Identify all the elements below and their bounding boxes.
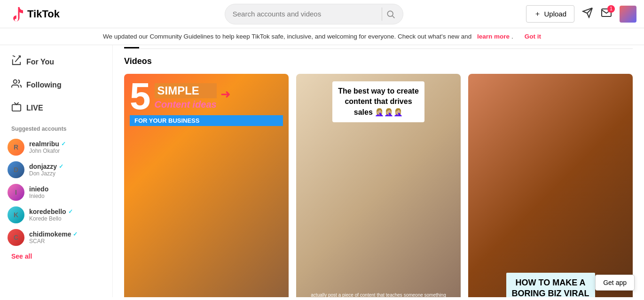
sidebar-item-for-you[interactable]: For You <box>4 51 109 73</box>
see-all-link[interactable]: See all <box>0 249 112 264</box>
acc-handle-iniedo: Iniedo <box>29 193 48 199</box>
search-input[interactable] <box>233 10 378 18</box>
thumb-num: 5 <box>130 79 151 113</box>
search-input-wrap[interactable] <box>225 4 403 24</box>
search-button[interactable] <box>382 8 395 21</box>
account-item-donjazzy[interactable]: D donjazzy ✓ Don Jazzy <box>0 158 112 181</box>
logo-area: TikTok <box>8 6 102 23</box>
avatar-chidimokeme: C <box>8 229 24 246</box>
how-to-box-3: HOW TO MAKE ABORING BIZ VIRAL <box>506 273 595 297</box>
video-thumb-3: HOW TO MAKE ABORING BIZ VIRAL 2022-12-14 <box>468 74 633 297</box>
acc-name-iniedo: iniedo <box>29 185 48 193</box>
sidebar-item-label-for-you: For You <box>26 58 54 66</box>
sidebar: For You Following <box>0 45 113 297</box>
sidebar-item-label-live: LIVE <box>26 104 43 112</box>
for-you-icon <box>11 55 22 68</box>
white-text-box-2: The best way to createcontent that drive… <box>332 81 424 122</box>
account-item-chidimokeme[interactable]: C chidimokeme ✓ SCAR <box>0 226 112 249</box>
got-it-button[interactable]: Got it <box>525 33 541 40</box>
acc-info-koredebello: koredebello ✓ Korede Bello <box>29 208 73 222</box>
acc-info-realmribu: realmribu ✓ John Okafor <box>29 140 66 154</box>
search-bar <box>102 4 526 24</box>
send-button[interactable] <box>582 7 593 21</box>
acc-handle-realmribu: John Okafor <box>29 148 66 154</box>
thumb-overlay-3: HOW TO MAKE ABORING BIZ VIRAL <box>468 74 633 297</box>
videos-section-header: Videos <box>124 56 633 66</box>
inbox-button[interactable]: 1 <box>601 7 612 21</box>
logo-text: TikTok <box>27 8 60 20</box>
account-item-koredebello[interactable]: K koredebello ✓ Korede Bello <box>0 204 112 226</box>
acc-name-chidimokeme: chidimokeme ✓ <box>29 230 78 238</box>
tiktok-logo-icon <box>8 6 24 23</box>
account-item-iniedo[interactable]: I iniedo Iniedo <box>0 181 112 204</box>
get-app-button[interactable]: Get app <box>595 275 635 291</box>
svg-point-5 <box>14 80 17 83</box>
videos-grid: 5 SIMPLE Content ideas ➜ FOR YOUR BUSINE… <box>124 74 633 297</box>
svg-line-4 <box>13 55 16 57</box>
notification-badge: 1 <box>607 5 615 13</box>
svg-rect-6 <box>12 104 21 111</box>
tab-indicator <box>124 47 139 48</box>
thumb-overlay-2: The best way to createcontent that drive… <box>296 74 461 297</box>
sidebar-item-following[interactable]: Following <box>4 74 109 96</box>
tab-bar <box>124 45 633 49</box>
svg-point-0 <box>387 11 393 16</box>
arrow-icon: ➜ <box>220 87 231 102</box>
svg-line-1 <box>392 16 394 18</box>
svg-line-3 <box>15 56 20 62</box>
acc-name-realmribu: realmribu ✓ <box>29 140 66 148</box>
learn-more-link[interactable]: learn more <box>477 33 510 40</box>
acc-info-chidimokeme: chidimokeme ✓ SCAR <box>29 230 78 245</box>
live-icon <box>11 102 22 114</box>
plus-icon: ＋ <box>534 9 541 18</box>
acc-handle-chidimokeme: SCAR <box>29 238 78 245</box>
community-guidelines-banner: We updated our Community Guidelines to h… <box>0 28 644 45</box>
banner-text: We updated our Community Guidelines to h… <box>103 33 471 40</box>
acc-name-koredebello: koredebello ✓ <box>29 208 73 215</box>
verified-icon-realmribu: ✓ <box>61 141 66 147</box>
avatar-koredebello: K <box>8 206 24 223</box>
acc-info-iniedo: iniedo Iniedo <box>29 185 48 199</box>
for-business-label: FOR YOUR BUSINESS <box>130 115 283 126</box>
video-card-1[interactable]: 5 SIMPLE Content ideas ➜ FOR YOUR BUSINE… <box>124 74 289 297</box>
avatar-donjazzy: D <box>8 161 24 178</box>
video-card-3[interactable]: HOW TO MAKE ABORING BIZ VIRAL 2022-12-14… <box>468 74 633 297</box>
verified-icon-koredebello: ✓ <box>68 208 73 215</box>
banner-period: . <box>511 33 513 40</box>
acc-handle-koredebello: Korede Bello <box>29 215 73 222</box>
header: TikTok ＋ Upload 1 <box>0 0 644 28</box>
verified-icon-chidimokeme: ✓ <box>73 231 78 237</box>
video-thumb-1: 5 SIMPLE Content ideas ➜ FOR YOUR BUSINE… <box>124 74 289 297</box>
following-icon <box>11 79 22 91</box>
video-card-2[interactable]: The best way to createcontent that drive… <box>296 74 461 297</box>
sidebar-nav: For You Following <box>0 51 112 119</box>
acc-name-donjazzy: donjazzy ✓ <box>29 163 63 170</box>
avatar-iniedo: I <box>8 184 24 201</box>
suggested-accounts-title: Suggested accounts <box>0 120 112 136</box>
content-ideas-label: Content ideas <box>155 99 217 110</box>
sub-text-2: actually post a piece of content that te… <box>296 292 461 297</box>
verified-icon-donjazzy: ✓ <box>59 163 63 170</box>
video-thumb-2: The best way to createcontent that drive… <box>296 74 461 297</box>
sidebar-item-live[interactable]: LIVE <box>4 97 109 119</box>
avatar[interactable] <box>620 6 636 23</box>
avatar-realmribu: R <box>8 139 24 156</box>
account-item-realmribu[interactable]: R realmribu ✓ John Okafor <box>0 136 112 158</box>
main-layout: For You Following <box>0 45 644 297</box>
header-actions: ＋ Upload 1 <box>526 5 636 23</box>
acc-info-donjazzy: donjazzy ✓ Don Jazzy <box>29 163 63 177</box>
upload-button[interactable]: ＋ Upload <box>526 5 574 23</box>
acc-handle-donjazzy: Don Jazzy <box>29 170 63 177</box>
main-content: Videos 5 SIMPLE Content ideas ➜ <box>113 45 644 297</box>
upload-label: Upload <box>544 10 566 18</box>
sidebar-item-label-following: Following <box>26 81 62 89</box>
thumb-overlay-1: 5 SIMPLE Content ideas ➜ FOR YOUR BUSINE… <box>124 74 289 297</box>
simple-label: SIMPLE <box>155 83 217 98</box>
